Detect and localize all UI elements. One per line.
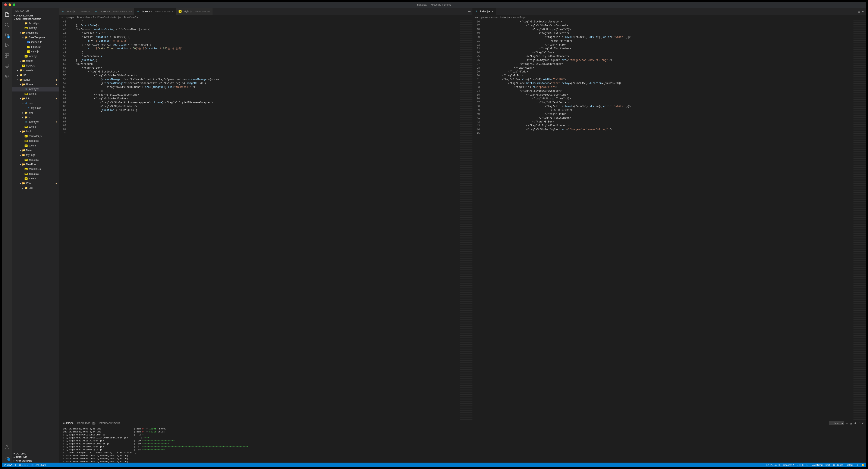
tree-item[interactable]: JSstyle.js [12, 176, 59, 181]
problems-status[interactable]: ⊘0 ⚠3 [19, 464, 28, 466]
tree-item[interactable]: JSstyle.js [12, 143, 59, 148]
tree-item[interactable]: JSindex.js [12, 54, 59, 59]
tree-item[interactable]: JSindex.js [12, 26, 59, 30]
timeline-section[interactable]: ▸ TIMELINE [12, 455, 59, 459]
tree-item[interactable]: ⚛index.jsx [12, 87, 59, 91]
line-gutter: 4142434445464748495051525354555657585960… [59, 20, 70, 420]
tree-item[interactable]: ▸📁lib [12, 73, 59, 78]
open-editors-section[interactable]: ▸ OPEN EDITORS [12, 14, 59, 17]
maximize-window-button[interactable] [13, 3, 16, 6]
code-editor-right[interactable]: 1617181920212223242526272829303132333435… [473, 20, 866, 420]
bottom-panel: TERMINAL PROBLEMS 3 DEBUG CONSOLE 1: bas… [59, 420, 866, 463]
settings-gear-icon[interactable]: 1 [2, 452, 12, 463]
tree-item[interactable]: ▾📂BaseTemplate [12, 35, 59, 40]
tab-bar-right: ⚛index.jsx✕ ▥ ⋯ [473, 8, 866, 15]
editor-tab[interactable]: ⚛index.jsx.../PoolListItemCard [92, 8, 134, 15]
tree-item[interactable]: ▾📂organisms [12, 30, 59, 35]
new-terminal-icon[interactable]: + [846, 422, 847, 424]
minimize-window-button[interactable] [8, 3, 11, 6]
prettier-status[interactable]: Prettier [845, 464, 853, 466]
run-debug-icon[interactable] [2, 40, 12, 51]
eol-status[interactable]: LF [806, 464, 809, 466]
tree-item[interactable]: ▸📁routes [12, 59, 59, 63]
tree-item[interactable]: TSindex.d.ts [12, 40, 59, 45]
tree-item[interactable]: JScontoller.js [12, 167, 59, 171]
more-icon[interactable]: ⋯ [468, 10, 471, 13]
breadcrumb-left[interactable]: src › pages › Pool › View › PoolCamCard … [59, 15, 472, 20]
tree-item[interactable]: ▾📂Intro● [12, 96, 59, 101]
bell-icon[interactable]: 🔔 [862, 464, 865, 466]
sync-status[interactable]: ⟳ [14, 464, 17, 466]
tree-item[interactable]: ▾📂pages● [12, 78, 59, 82]
tree-item[interactable]: ▸📁js [12, 115, 59, 120]
tree-item[interactable]: 📁TextAlign [12, 21, 59, 26]
extensions-icon[interactable] [2, 51, 12, 61]
minimap[interactable] [460, 20, 472, 420]
project-section[interactable]: ▾ FOCUSME-FRONTEND [12, 17, 59, 21]
tree-item[interactable]: #style.css [12, 106, 59, 110]
editor-group-left: ⚛index.jsx.../NewPool⚛index.jsx.../PoolL… [59, 8, 473, 420]
feedback-icon[interactable]: ☺ [856, 464, 859, 466]
remote-icon[interactable] [2, 61, 12, 71]
tree-item[interactable]: ▾📂Home● [12, 82, 59, 87]
terminal-output[interactable]: public/images/memoji/03.png | Bin 0 -> 1… [59, 427, 866, 463]
account-icon[interactable] [2, 442, 12, 452]
outline-section[interactable]: ▸ OUTLINE [12, 452, 59, 455]
tree-item[interactable]: JSstyle.js [12, 49, 59, 54]
tab-bar-left: ⚛index.jsx.../NewPool⚛index.jsx.../PoolL… [59, 8, 472, 15]
tree-item[interactable]: ▾#css [12, 101, 59, 106]
npm-scripts-section[interactable]: ▸ NPM SCRIPTS [12, 459, 59, 463]
eslint-status[interactable]: ⊘ ESLint [833, 464, 843, 466]
split-icon[interactable]: ▥ [858, 10, 860, 13]
code-editor-left[interactable]: 4142434445464748495051525354555657585960… [59, 20, 472, 420]
tree-item[interactable]: ▾📂Pool● [12, 181, 59, 185]
tree-item[interactable]: ▸📁Main [12, 148, 59, 153]
close-tab-icon[interactable]: ✕ [172, 10, 174, 13]
tree-item[interactable]: JSindex.jsx [12, 45, 59, 49]
tree-item[interactable]: ▸📁List [12, 185, 59, 190]
tree-item[interactable]: ▾📂NewPool [12, 162, 59, 167]
editor-tab[interactable]: JSstyle.js.../PoolCamCard [176, 8, 213, 15]
split-terminal-icon[interactable]: ▥ [850, 422, 852, 425]
cursor-position[interactable]: Ln 24, Col 25 [766, 464, 780, 466]
source-control-icon[interactable]: 1 [2, 30, 12, 40]
breadcrumb-right[interactable]: src › pages › Home › index.jsx › HomePag… [473, 15, 866, 20]
tree-item[interactable]: ⚛index.jsx1 [12, 120, 59, 124]
editor-tab[interactable]: ⚛index.jsx.../PoolCamCard✕ [134, 8, 176, 15]
tree-item[interactable]: JScontroller.js [12, 134, 59, 139]
tree-item[interactable]: JSindex.jsx [12, 157, 59, 162]
tree-item[interactable]: JSstyle.js [12, 91, 59, 96]
terminal-tab[interactable]: TERMINAL [62, 421, 73, 425]
tree-item[interactable]: ▾📂MyPage [12, 153, 59, 157]
encoding-status[interactable]: UTF-8 [797, 464, 804, 466]
problems-tab[interactable]: PROBLEMS 3 [77, 422, 96, 424]
indentation-status[interactable]: Spaces: 2 [783, 464, 794, 466]
tree-item[interactable]: ▸📁contexts [12, 68, 59, 73]
close-panel-icon[interactable]: ✕ [862, 422, 864, 425]
live-share-status[interactable]: 👥Live Share [31, 464, 46, 466]
more-icon[interactable]: ⋯ [862, 10, 865, 13]
search-icon[interactable] [2, 20, 12, 30]
tree-item[interactable]: ▸📁img [12, 110, 59, 115]
tree-item[interactable]: JSindex.jsx [12, 139, 59, 143]
chevron-up-icon[interactable]: ^ [859, 422, 860, 424]
close-window-button[interactable] [4, 3, 7, 6]
file-tree[interactable]: 📁TextAlignJSindex.js▾📂organisms▾📂BaseTem… [12, 21, 59, 452]
svg-point-0 [5, 23, 8, 26]
trash-icon[interactable]: 🗑 [854, 422, 857, 424]
editor-tab[interactable]: ⚛index.jsx.../NewPool [59, 8, 92, 15]
tree-item[interactable]: ▾📂Login [12, 129, 59, 134]
live-share-icon[interactable] [2, 71, 12, 81]
editor-group-right: ⚛index.jsx✕ ▥ ⋯ src › pages › Home › ind… [473, 8, 866, 420]
close-tab-icon[interactable]: ✕ [492, 10, 494, 13]
tree-item[interactable]: JSindex.jsx [12, 171, 59, 176]
language-mode[interactable]: JavaScript React [812, 464, 830, 466]
terminal-selector[interactable]: 1: bash [829, 421, 844, 426]
tree-item[interactable]: JSindex.js [12, 63, 59, 68]
debug-console-tab[interactable]: DEBUG CONSOLE [99, 422, 120, 424]
explorer-icon[interactable] [2, 9, 12, 20]
minimap[interactable] [854, 20, 866, 420]
editor-tab[interactable]: ⚛index.jsx✕ [473, 8, 496, 15]
tree-item[interactable]: JSstyle.js [12, 124, 59, 129]
branch-status[interactable]: dev* [3, 464, 12, 466]
